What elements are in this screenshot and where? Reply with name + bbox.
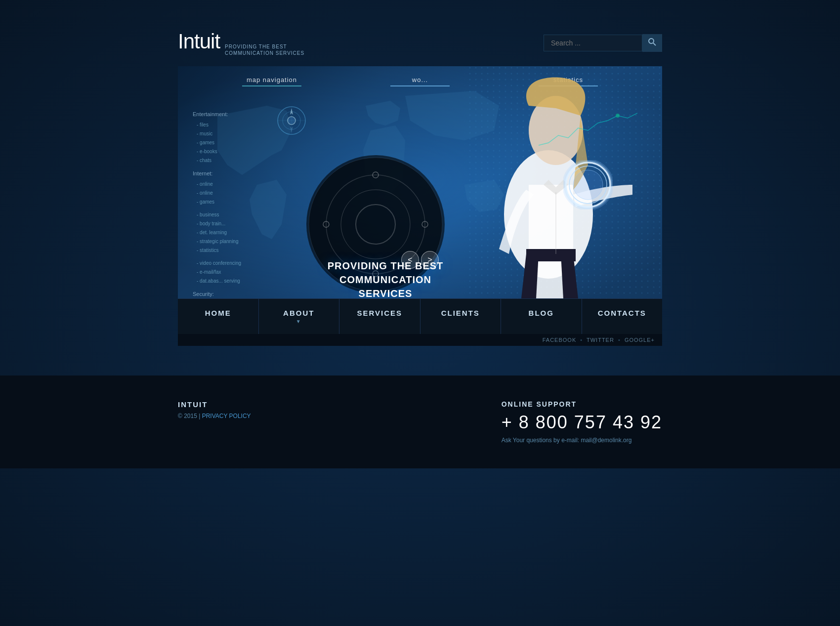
svg-point-28: [616, 114, 620, 118]
footer-copyright: © 2015 | PRIVACY POLICY: [178, 413, 251, 419]
privacy-policy-link[interactable]: PRIVACY POLICY: [202, 413, 251, 419]
glow-ring-icon: [563, 160, 613, 209]
nav-contacts[interactable]: CONTACTS: [582, 299, 663, 334]
hud-map-nav: map navigation: [242, 76, 301, 86]
svg-line-1: [653, 43, 656, 45]
email-note: Ask Your questions by e-mail: mail@demol…: [502, 437, 662, 444]
svg-point-25: [573, 170, 603, 200]
touch-ring: [563, 160, 613, 209]
facebook-link[interactable]: FACEBOOK: [543, 337, 577, 343]
search-area: [544, 34, 662, 52]
nav-blog[interactable]: BLOG: [501, 299, 582, 334]
left-panel: Entertainment: - files - music - games -…: [193, 106, 241, 298]
twitter-link[interactable]: TWITTER: [587, 337, 614, 343]
search-icon: [648, 38, 656, 46]
footer-brand: INTUIT: [178, 400, 251, 409]
statistics-chart: [539, 106, 637, 155]
hud-wo: wo...: [390, 76, 450, 86]
social-bar: FACEBOOK • TWITTER • GOOGLE+: [178, 334, 662, 346]
support-title: ONLINE SUPPORT: [502, 400, 662, 408]
about-dropdown-arrow: ▼: [264, 319, 335, 324]
nav-services[interactable]: SERVICES: [339, 299, 420, 334]
social-sep-2: •: [618, 337, 621, 343]
compass-icon: [277, 106, 306, 135]
svg-point-0: [649, 39, 654, 43]
nav-about[interactable]: ABOUT ▼: [259, 299, 340, 334]
footer-inner: INTUIT © 2015 | PRIVACY POLICY ONLINE SU…: [178, 400, 662, 444]
logo: Intuit: [178, 30, 220, 53]
page-background: Intuit PROVIDING THE BEST COMMUNICATION …: [0, 0, 840, 626]
header: Intuit PROVIDING THE BEST COMMUNICATION …: [178, 30, 662, 61]
search-input[interactable]: [544, 35, 642, 51]
carousel-controls: < >: [400, 251, 440, 269]
navigation-bar: HOME ABOUT ▼ SERVICES CLIENTS BLOG CONTA…: [178, 298, 662, 334]
logo-area: Intuit PROVIDING THE BEST COMMUNICATION …: [178, 30, 304, 56]
hero-section: map navigation wo... statistics: [178, 66, 662, 298]
svg-rect-21: [526, 249, 576, 261]
footer-left: INTUIT © 2015 | PRIVACY POLICY: [178, 400, 251, 419]
main-container: Intuit PROVIDING THE BEST COMMUNICATION …: [178, 30, 662, 346]
search-button[interactable]: [642, 34, 662, 52]
nav-clients[interactable]: CLIENTS: [420, 299, 502, 334]
footer: INTUIT © 2015 | PRIVACY POLICY ONLINE SU…: [0, 376, 840, 468]
nav-home[interactable]: HOME: [178, 299, 259, 334]
carousel-prev-button[interactable]: <: [401, 251, 419, 269]
phone-number: + 8 800 757 43 92: [502, 412, 662, 433]
googleplus-link[interactable]: GOOGLE+: [625, 337, 655, 343]
footer-right: ONLINE SUPPORT + 8 800 757 43 92 Ask You…: [502, 400, 662, 444]
logo-tagline: PROVIDING THE BEST COMMUNICATION SERVICE…: [225, 43, 304, 56]
social-sep-1: •: [580, 337, 583, 343]
compass-hud: [277, 106, 306, 137]
carousel-next-button[interactable]: >: [421, 251, 439, 269]
